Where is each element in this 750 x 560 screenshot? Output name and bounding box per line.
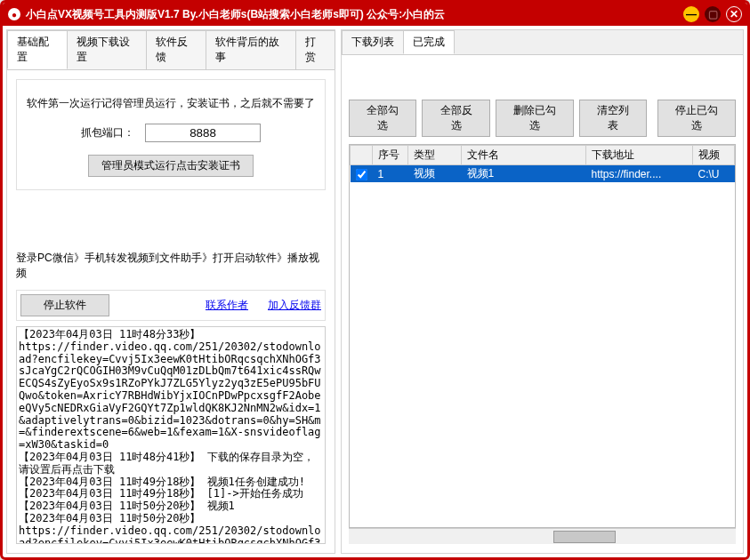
port-label: 抓包端口： (81, 125, 134, 140)
horizontal-scrollbar[interactable] (349, 528, 736, 544)
row-checkbox[interactable] (356, 169, 367, 180)
basic-config-box: 软件第一次运行记得管理员运行，安装证书，之后就不需要了 抓包端口： 管理员模式运… (16, 79, 326, 190)
install-cert-button[interactable]: 管理员模式运行点击安装证书 (88, 155, 254, 177)
right-tabs: 下载列表 已完成 (342, 30, 743, 54)
log-textarea[interactable]: 【2023年04月03日 11时48分33秒】 https://finder.v… (16, 326, 326, 544)
app-window: ● 小白点VX视频号工具内测版V1.7 By.小白老师s(B站搜索小白老师s即可… (0, 0, 750, 560)
tab-story[interactable]: 软件背后的故事 (206, 30, 296, 69)
col-url[interactable]: 下载地址 (586, 146, 693, 165)
cell-type: 视频 (408, 165, 462, 183)
window-title: 小白点VX视频号工具内测版V1.7 By.小白老师s(B站搜索小白老师s即可) … (26, 7, 683, 22)
table-row[interactable]: 1 视频 视频1 https://finder.... C:\U (351, 165, 735, 183)
right-button-row: 全部勾选 全部反选 删除已勾选 清空列表 停止已勾选 (349, 100, 736, 137)
tab-feedback[interactable]: 软件反馈 (146, 30, 206, 69)
titlebar[interactable]: ● 小白点VX视频号工具内测版V1.7 By.小白老师s(B站搜索小白老师s即可… (3, 3, 747, 26)
completed-table-wrap[interactable]: 序号 类型 文件名 下载地址 视频 1 视频 (349, 144, 736, 528)
select-all-button[interactable]: 全部勾选 (349, 100, 416, 137)
right-panel: 下载列表 已完成 全部勾选 全部反选 删除已勾选 清空列表 停止已勾选 (341, 29, 744, 554)
invert-selection-button[interactable]: 全部反选 (422, 100, 489, 137)
left-tab-content: 软件第一次运行记得管理员运行，安装证书，之后就不需要了 抓包端口： 管理员模式运… (7, 69, 335, 553)
col-filename[interactable]: 文件名 (462, 146, 586, 165)
tab-basic-config[interactable]: 基础配置 (7, 30, 68, 69)
col-video[interactable]: 视频 (693, 146, 735, 165)
cell-name: 视频1 (462, 165, 586, 183)
cell-url: https://finder.... (586, 165, 693, 183)
left-tabs: 基础配置 视频下载设置 软件反馈 软件背后的故事 打赏 (7, 30, 335, 69)
control-row: 停止软件 联系作者 加入反馈群 (16, 290, 326, 321)
tab-download-settings[interactable]: 视频下载设置 (67, 30, 148, 69)
scrollbar-thumb[interactable] (553, 531, 616, 543)
col-type[interactable]: 类型 (408, 146, 462, 165)
window-body: 基础配置 视频下载设置 软件反馈 软件背后的故事 打赏 软件第一次运行记得管理员… (3, 26, 747, 557)
close-button[interactable]: ✕ (726, 6, 742, 22)
right-tab-content: 全部勾选 全部反选 删除已勾选 清空列表 停止已勾选 序号 类型 (342, 54, 743, 553)
stop-selected-button[interactable]: 停止已勾选 (657, 100, 736, 137)
col-checkbox[interactable] (351, 146, 373, 165)
first-run-text: 软件第一次运行记得管理员运行，安装证书，之后就不需要了 (27, 96, 315, 111)
delete-selected-button[interactable]: 删除已勾选 (496, 100, 574, 137)
col-no[interactable]: 序号 (373, 146, 408, 165)
clear-list-button[interactable]: 清空列表 (579, 100, 647, 137)
minimize-button[interactable]: — (683, 6, 699, 22)
join-feedback-link[interactable]: 加入反馈群 (268, 298, 321, 313)
tab-completed[interactable]: 已完成 (403, 30, 455, 54)
cell-no: 1 (373, 165, 408, 183)
completed-table: 序号 类型 文件名 下载地址 视频 1 视频 (350, 145, 735, 182)
contact-author-link[interactable]: 联系作者 (206, 298, 248, 313)
tab-donate[interactable]: 打赏 (295, 30, 335, 69)
stop-software-button[interactable]: 停止软件 (20, 294, 109, 316)
left-panel: 基础配置 视频下载设置 软件反馈 软件背后的故事 打赏 软件第一次运行记得管理员… (6, 29, 335, 554)
port-input[interactable] (145, 124, 261, 142)
cell-extra: C:\U (693, 165, 735, 183)
instructions-text: 登录PC微信》手机转发视频到文件助手》打开启动软件》播放视频 (16, 251, 326, 281)
maximize-button[interactable]: ▢ (705, 6, 721, 22)
tab-download-list[interactable]: 下载列表 (342, 30, 404, 54)
app-icon: ● (8, 8, 20, 20)
